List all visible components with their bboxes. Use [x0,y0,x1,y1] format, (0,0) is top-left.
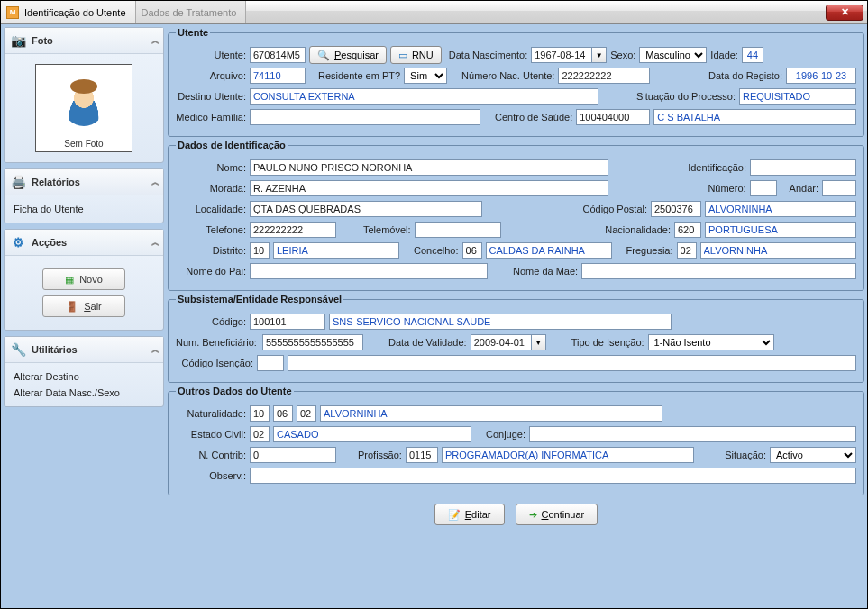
distrito-cod[interactable] [250,242,270,259]
lbl-conjuge: Conjuge: [486,429,525,440]
photo-placeholder: Sem Foto [35,64,132,152]
validade-field[interactable]: ▼ [471,334,546,350]
ec-nome-field [273,426,471,442]
rnu-button[interactable]: ▭ RNU [390,46,442,64]
lbl-naturalidade: Naturalidade: [176,408,246,419]
conjuge-field[interactable] [529,426,856,442]
sexo-select[interactable]: Masculino [639,47,707,63]
sidebar-item-alterar-data[interactable]: Alterar Data Nasc./Sexo [12,385,156,401]
ec-cod-field[interactable] [250,426,270,442]
panel-relatorios-title: Relatórios [32,177,80,187]
window-title: Identificação do Utente [24,7,126,18]
sidebar-item-ficha[interactable]: Ficha do Utente [12,201,156,217]
cp-field[interactable] [651,201,701,217]
nat3-field[interactable] [297,405,316,422]
panel-foto: 📷 Foto ︽ Sem Foto [4,27,164,163]
sair-button[interactable]: 🚪 Sair [42,295,125,317]
nascimento-field[interactable]: ▼ [531,47,607,63]
printer-icon: 🖨️ [10,174,26,190]
benef-field[interactable] [262,334,363,350]
lbl-distrito: Distrito: [176,245,246,256]
freguesia-cod[interactable] [677,242,697,259]
situacao-select[interactable]: Activo [770,447,856,463]
lbl-telemovel: Telemóvel: [363,224,411,235]
novo-button[interactable]: ▦ Novo [42,268,125,290]
lbl-data-registo: Data do Registo: [708,70,782,81]
lbl-identificacao: Identificação: [688,162,746,173]
observ-field[interactable] [250,468,856,484]
residente-select[interactable]: Sim [404,68,447,84]
pesquisar-button[interactable]: 🔍 Pesquisar [309,46,387,64]
utente-field[interactable] [250,47,306,63]
nat-nome-field [320,405,662,422]
concelho-cod[interactable] [462,242,482,259]
group-outros: Outros Dados do Utente Naturalidade: Est… [168,386,864,495]
exit-icon: 🚪 [66,301,78,313]
arquivo-field[interactable] [250,68,306,84]
group-identificacao: Dados de Identificação Nome: Identificaç… [168,140,864,291]
lbl-sexo: Sexo: [610,50,635,60]
lbl-centro: Centro de Saúde: [495,112,572,123]
panel-utilitarios-title: Utilitários [32,344,78,355]
distrito-nome [273,242,399,259]
sidebar-item-alterar-destino[interactable]: Alterar Destino [12,368,156,385]
pai-field[interactable] [250,263,488,279]
nat2-field[interactable] [273,405,293,422]
dropdown-icon[interactable]: ▼ [532,334,546,350]
chevron-up-icon[interactable]: ︽ [151,344,158,356]
lbl-destino: Destino Utente: [176,91,246,102]
nac-cod-field[interactable] [674,222,701,238]
panel-foto-title: Foto [32,35,53,46]
photo-caption: Sem Foto [64,139,103,149]
dropdown-icon[interactable]: ▼ [592,47,607,63]
titlebar: M Identificação do Utente Dados de Trata… [1,1,867,24]
lbl-nascimento: Data Nascimento: [449,50,527,60]
numero-field[interactable] [750,180,777,196]
situacao-field [739,88,856,105]
main-content: Utente Utente: 🔍 Pesquisar ▭ RNU Data Na… [168,27,864,605]
chevron-up-icon[interactable]: ︽ [151,237,158,249]
window-tab-inactive[interactable]: Dados de Tratamento [136,1,247,23]
chevron-up-icon[interactable]: ︽ [151,35,158,47]
lbl-numero: Número: [708,183,745,194]
centro-cod-field[interactable] [576,109,650,125]
lbl-concelho: Concelho: [414,245,459,256]
andar-field[interactable] [822,180,856,196]
identificacao-field[interactable] [750,159,856,176]
continuar-button[interactable]: ➔ Continuar [516,504,598,525]
panel-accoes-title: Acções [32,237,67,248]
window-tab-active[interactable]: M Identificação do Utente [1,1,136,23]
num-nac-field[interactable] [558,68,650,84]
mae-field[interactable] [581,263,856,279]
cod-isencao-field[interactable] [257,355,284,371]
freguesia-nome [700,242,856,259]
lbl-situacao: Situação do Processo: [620,91,736,102]
chevron-up-icon[interactable]: ︽ [151,177,158,188]
nat1-field[interactable] [250,405,270,422]
lbl-cod-isencao: Código Isenção: [176,358,253,368]
lbl-cp: Código Postal: [582,204,647,214]
close-button[interactable]: ✕ [826,5,863,21]
search-icon: 🔍 [317,50,330,61]
telefone-field[interactable] [250,222,336,238]
lbl-andar: Andar: [790,183,818,194]
medico-field[interactable] [250,109,480,125]
localidade-field[interactable] [250,201,482,217]
nome-field[interactable] [250,159,608,176]
morada-field[interactable] [250,180,608,196]
prof-cod-field[interactable] [406,447,438,463]
destino-field[interactable] [250,88,598,105]
telemovel-field[interactable] [415,222,501,238]
editar-button[interactable]: 📝 Editar [434,504,505,525]
window: M Identificação do Utente Dados de Trata… [0,0,868,609]
lbl-num-nac: Número Nac. Utente: [461,70,554,81]
isencao-select[interactable]: 1-Não Isento [648,334,774,350]
lbl-residente: Residente em PT? [318,70,400,81]
centro-nome-field [653,109,856,125]
lbl-medico: Médico Família: [176,112,246,123]
contrib-field[interactable] [250,447,336,463]
app-icon: M [6,6,19,19]
nac-nome-field [705,222,856,238]
sub-cod-field[interactable] [250,314,325,330]
camera-icon: 📷 [10,32,26,49]
